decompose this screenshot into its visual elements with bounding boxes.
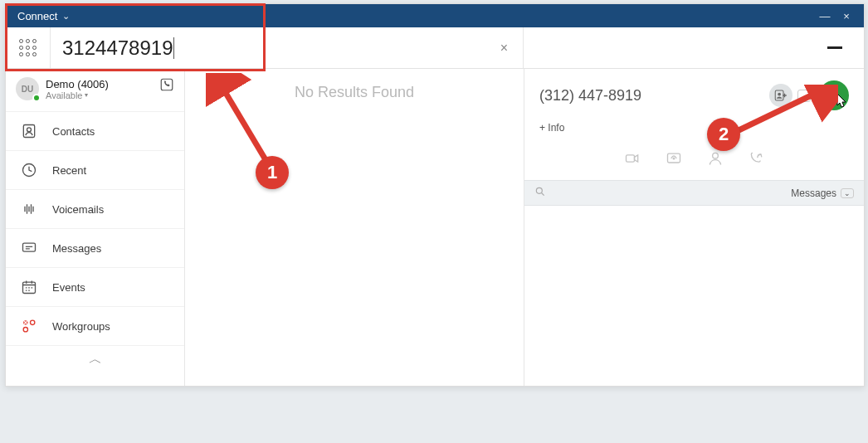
sidebar-item-messages[interactable]: Messages [6,228,184,267]
messages-icon [21,240,37,256]
dial-input[interactable]: 3124478919 [51,27,266,68]
svg-point-15 [536,187,542,193]
chevron-down-icon[interactable]: ⌄ [62,11,70,22]
sidebar-item-label: Workgroups [52,320,110,333]
messages-panel-header: Messages ⌄ [524,180,864,206]
info-expand[interactable]: + Info [524,117,864,145]
messages-filter-dropdown[interactable]: Messages ⌄ [791,187,854,199]
dial-value: 3124478919 [62,37,173,60]
dialpad-button[interactable] [6,27,51,68]
user-icon[interactable] [707,150,724,170]
sidebar-item-contacts[interactable]: Contacts [6,111,184,150]
cursor-icon [834,92,851,114]
app-window: Connect ⌄ — × 3124478919 × [5,3,865,387]
svg-point-8 [23,328,27,332]
phone-status-icon[interactable] [159,77,174,95]
sidebar-item-label: Voicemails [52,203,104,216]
clock-icon [21,162,37,178]
sidebar-item-recent[interactable]: Recent [6,150,184,189]
voicemail-icon [21,201,37,217]
sidebar-item-voicemails[interactable]: Voicemails [6,189,184,228]
profile-status[interactable]: Available▾ [46,90,109,100]
app-title[interactable]: Connect [17,10,57,22]
sidebar-item-label: Recent [52,164,86,177]
calendar-icon [21,279,37,295]
add-contact-button[interactable] [769,84,792,107]
sidebar-item-label: Messages [52,242,101,255]
transfer-icon[interactable] [749,150,765,170]
sidebar-item-label: Events [52,281,85,294]
svg-point-10 [778,93,781,96]
svg-rect-4 [23,243,36,251]
avatar: DU [16,77,39,100]
add-contact-icon [773,88,788,103]
contact-phone-number: (312) 447-8919 [539,87,641,105]
chevron-up-icon: ︿ [89,352,102,366]
chevron-down-icon: ⌄ [841,188,854,198]
dialpad-icon [19,39,37,56]
clear-search-button[interactable]: × [500,41,508,56]
no-results-text: No Results Found [295,84,414,100]
contact-pane: (312) 447-8919 ⌄ [524,69,864,386]
svg-rect-11 [626,155,634,162]
search-row: 3124478919 × [6,27,864,69]
results-pane: No Results Found [185,69,524,386]
add-contact-dropdown[interactable]: ⌄ [797,90,811,102]
call-button[interactable] [819,80,849,110]
search-icon[interactable] [534,186,546,200]
minimize-button[interactable]: — [814,10,836,22]
svg-point-7 [31,320,35,324]
titlebar: Connect ⌄ — × [6,4,864,27]
contacts-icon [21,123,37,139]
sidebar-collapse-button[interactable]: ︿ [6,345,184,373]
sidebar-item-events[interactable]: Events [6,267,184,306]
profile-block[interactable]: DU Demo (4006) Available▾ [6,69,184,111]
contact-actions [524,145,864,180]
search-results-area: × [266,27,524,68]
sidebar: DU Demo (4006) Available▾ [6,69,185,386]
window-close-button[interactable]: × [836,10,857,22]
svg-rect-1 [23,125,34,138]
workgroups-icon [21,318,37,334]
svg-point-2 [27,128,32,132]
sidebar-item-workgroups[interactable]: Workgroups [6,306,184,345]
svg-point-14 [712,153,718,158]
profile-name: Demo (4006) [46,78,109,90]
sidebar-item-label: Contacts [52,125,95,138]
presence-dot [32,94,41,102]
video-icon[interactable] [624,150,641,170]
pane-collapse-handle[interactable] [827,46,842,49]
right-pane-header-strip [524,27,864,68]
svg-point-13 [673,158,675,159]
screen-share-icon[interactable] [666,150,682,170]
